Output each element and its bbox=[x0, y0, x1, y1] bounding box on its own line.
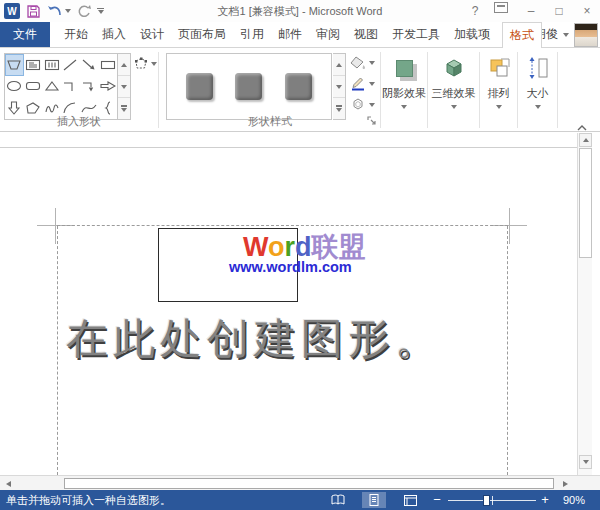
gallery-scroll-down-button[interactable] bbox=[118, 76, 130, 98]
group-label-shape-styles: 形状样式 bbox=[160, 114, 380, 129]
tab-mailings[interactable]: 邮件 bbox=[271, 22, 309, 47]
edit-shape-arrow bbox=[151, 62, 157, 66]
3d-effects-button[interactable]: 三维效果 bbox=[428, 53, 479, 109]
scroll-right-button[interactable] bbox=[559, 478, 572, 489]
tab-developer[interactable]: 开发工具 bbox=[385, 22, 447, 47]
drawing-canvas-top-border bbox=[57, 225, 508, 226]
style-scroll-up-button[interactable] bbox=[333, 54, 345, 76]
shape-icon-textbox[interactable] bbox=[24, 54, 43, 76]
tab-page-layout[interactable]: 页面布局 bbox=[171, 22, 233, 47]
user-avatar[interactable] bbox=[574, 23, 598, 47]
tab-format-active[interactable]: 格式 bbox=[502, 22, 542, 48]
horizontal-scrollbar[interactable] bbox=[0, 475, 577, 490]
shape-outline-button[interactable] bbox=[350, 73, 380, 94]
maximize-button[interactable]: □ bbox=[550, 2, 568, 20]
document-area[interactable]: Word联盟 www.wordlm.com 在此处创建图形。 bbox=[0, 133, 577, 475]
group-separator bbox=[158, 52, 159, 128]
group-arrange: 排列 bbox=[480, 48, 517, 132]
collapse-ribbon-button[interactable] bbox=[576, 118, 588, 136]
print-layout-button[interactable] bbox=[362, 492, 386, 508]
shadow-effects-arrow bbox=[401, 105, 407, 109]
size-button[interactable]: 大小 bbox=[518, 53, 557, 109]
tab-design[interactable]: 设计 bbox=[133, 22, 171, 47]
web-layout-icon bbox=[403, 494, 418, 507]
user-menu-arrow[interactable] bbox=[563, 33, 569, 37]
shape-fill-arrow bbox=[369, 61, 375, 65]
arrange-arrow bbox=[496, 105, 502, 109]
zoom-level[interactable]: 90% bbox=[556, 490, 592, 510]
zoom-in-button[interactable]: + bbox=[538, 490, 552, 510]
arrange-icon bbox=[487, 57, 511, 79]
up-arrow-icon bbox=[121, 63, 127, 67]
tab-file[interactable]: 文件 bbox=[0, 22, 50, 47]
3d-effects-label: 三维效果 bbox=[428, 86, 479, 101]
read-mode-icon bbox=[330, 493, 346, 507]
help-button[interactable]: ? bbox=[466, 2, 484, 20]
shadow-effects-label: 阴影效果 bbox=[381, 86, 427, 101]
shape-icon-trapezoid[interactable] bbox=[5, 54, 24, 76]
shape-icon-triangle[interactable] bbox=[42, 76, 61, 98]
print-layout-icon bbox=[367, 493, 381, 507]
zoom-out-button[interactable]: − bbox=[430, 490, 444, 510]
more-bar bbox=[336, 105, 342, 107]
web-layout-button[interactable] bbox=[398, 492, 422, 508]
zoom-slider-thumb[interactable] bbox=[483, 495, 490, 506]
shape-icon-vertical-textbox[interactable] bbox=[42, 54, 61, 76]
shape-style-preset-2[interactable] bbox=[235, 73, 262, 100]
shape-icon-elbow-arrow-connector[interactable] bbox=[80, 76, 99, 98]
group-shape-styles: 形状样式 bbox=[160, 48, 380, 132]
crop-mark-right-vertical bbox=[509, 208, 510, 244]
group-insert-shapes: 插入形状 bbox=[0, 48, 158, 132]
shape-icon-line[interactable] bbox=[61, 54, 80, 76]
down-arrow-icon bbox=[336, 85, 342, 89]
shape-style-gallery bbox=[166, 53, 332, 120]
tab-add-ins[interactable]: 加载项 bbox=[447, 22, 497, 47]
shape-icon-arrow[interactable] bbox=[80, 54, 99, 76]
down-arrow-icon bbox=[121, 85, 127, 89]
watermark-letter: r bbox=[285, 232, 296, 262]
shape-fill-button[interactable] bbox=[350, 52, 380, 73]
read-mode-button[interactable] bbox=[326, 492, 350, 508]
group-shadow-effects: 阴影效果 bbox=[381, 48, 427, 132]
shape-style-preset-1[interactable] bbox=[186, 73, 213, 100]
watermark-letter: d bbox=[295, 232, 312, 262]
shadow-effects-icon bbox=[396, 60, 413, 77]
minimize-button[interactable]: – bbox=[522, 2, 540, 20]
shape-icon-rectangle[interactable] bbox=[98, 54, 117, 76]
scroll-left-button[interactable] bbox=[2, 478, 15, 489]
tab-references[interactable]: 引用 bbox=[233, 22, 271, 47]
arrange-button[interactable]: 排列 bbox=[480, 53, 517, 109]
scroll-down-button[interactable] bbox=[579, 455, 592, 469]
horizontal-scrollbar-thumb[interactable] bbox=[64, 478, 554, 489]
vertical-scrollbar[interactable] bbox=[577, 133, 592, 475]
status-bar: 单击并拖动可插入一种自选图形。 − + 90% bbox=[0, 490, 600, 510]
shape-icon-rounded-rectangle[interactable] bbox=[24, 76, 43, 98]
edit-shape-button[interactable] bbox=[133, 54, 159, 74]
close-button[interactable]: × bbox=[578, 2, 596, 20]
tab-view[interactable]: 视图 bbox=[347, 22, 385, 47]
tab-review[interactable]: 审阅 bbox=[309, 22, 347, 47]
shadow-effects-button[interactable]: 阴影效果 bbox=[381, 53, 427, 109]
shape-icon-elbow-connector[interactable] bbox=[61, 76, 80, 98]
zoom-slider-center-tick bbox=[492, 496, 493, 505]
scrollbar-corner bbox=[577, 475, 600, 490]
group-label-insert-shapes: 插入形状 bbox=[0, 114, 158, 129]
style-scroll-down-button[interactable] bbox=[333, 76, 345, 98]
ribbon-format-panel: 插入形状 bbox=[0, 47, 600, 132]
ribbon-display-options-icon bbox=[494, 2, 508, 13]
vertical-scrollbar-thumb[interactable] bbox=[579, 148, 592, 258]
ribbon-display-options-button[interactable] bbox=[494, 2, 512, 20]
word-window: W 文档1 [兼容模式] - Microsoft Word ? – □ × bbox=[0, 0, 600, 510]
more-arrow-icon bbox=[121, 108, 127, 112]
size-label: 大小 bbox=[518, 86, 557, 101]
shape-icon-oval[interactable] bbox=[5, 76, 24, 98]
gallery-scroll-up-button[interactable] bbox=[118, 54, 130, 76]
tab-home[interactable]: 开始 bbox=[57, 22, 95, 47]
shape-icon-right-arrow[interactable] bbox=[98, 76, 117, 98]
shape-style-preset-3[interactable] bbox=[285, 73, 312, 100]
shape-effects-arrow bbox=[369, 103, 375, 107]
3d-effects-arrow bbox=[451, 105, 457, 109]
size-icon bbox=[526, 56, 550, 80]
tab-insert[interactable]: 插入 bbox=[95, 22, 133, 47]
group-3d-effects: 三维效果 bbox=[428, 48, 479, 132]
